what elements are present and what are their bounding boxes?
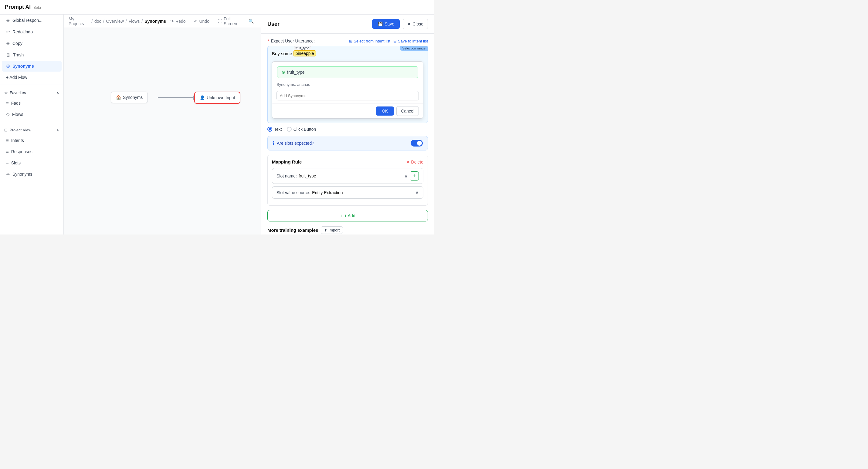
project-view-chevron-icon: ∧ — [57, 128, 59, 132]
save-intent-link[interactable]: ⊟ Save to intent list — [393, 39, 428, 43]
entity-dropdown: ⊛ fruit_type Synonyms: ananas OK Cancel — [272, 61, 423, 119]
sidebar-item-trash[interactable]: 🗑 Trash — [2, 50, 62, 60]
add-flow-button[interactable]: + Add Flow — [2, 72, 62, 83]
save-button[interactable]: 💾 Save — [372, 19, 400, 29]
zoom-icon: 🔍 — [249, 19, 254, 24]
trash-icon: 🗑 — [6, 52, 11, 57]
mapping-rule-header: Mapping Rule ✕ Delete — [272, 159, 423, 164]
sidebar: ⊕ Global respon... ↩ RedoUndo ⊕ Copy 🗑 T… — [0, 14, 64, 234]
utterance-box[interactable]: Selection range Buy some fruit_type pine… — [268, 46, 428, 123]
slot-name-row: Slot name: fruit_type ∨ + — [272, 168, 423, 184]
info-icon: ℹ — [273, 140, 274, 146]
intents-icon: ≡ — [6, 138, 9, 143]
sidebar-item-faqs[interactable]: ≡ Faqs — [2, 98, 62, 108]
redo-button[interactable]: ↷ Redo — [168, 18, 188, 25]
save-list-icon: ⊟ — [393, 39, 397, 43]
cancel-button[interactable]: Cancel — [396, 106, 419, 116]
click-button-radio[interactable]: Click Button — [287, 127, 316, 132]
add-slot-button[interactable]: + — [410, 171, 419, 181]
entity-chip-label: fruit_type — [294, 46, 311, 50]
synonyms-node-icon: 🏠 — [116, 95, 121, 100]
synonyms-nav-icon: ⇔ — [6, 171, 10, 177]
zoom-button[interactable]: 🔍 — [246, 18, 256, 25]
entity-synonym-row: Synonyms: ananas — [272, 81, 423, 89]
utterance-text: Buy some fruit_type pineapple — [272, 50, 423, 56]
panel-title: User — [268, 21, 369, 27]
slots-section: ℹ Are slots expected? — [268, 136, 428, 151]
synonyms-flow-icon: ⊕ — [6, 63, 10, 69]
right-panel: User 💾 Save ✕ Close * Expect User Uttera… — [261, 14, 434, 234]
content-area: My Projects / doc / Overview / Flows / S… — [64, 14, 261, 234]
sidebar-item-flows[interactable]: ◇ Flows — [2, 109, 62, 120]
select-intent-link[interactable]: ⊞ Select from intent list — [349, 39, 390, 43]
breadcrumb-current: Synonyms — [145, 19, 166, 24]
slot-name-chevron-icon: ∨ — [404, 173, 408, 179]
topbar: Prompt AI Beta — [0, 0, 434, 14]
project-view-section[interactable]: ⊡ Project View ∧ — [0, 125, 63, 135]
list-icon: ⊞ — [349, 39, 352, 43]
unknown-input-canvas-node[interactable]: 👤 Unknown Input — [194, 92, 240, 104]
sidebar-item-intents[interactable]: ≡ Intents — [2, 135, 62, 146]
breadcrumb-my-projects[interactable]: My Projects — [69, 17, 90, 26]
add-rule-plus-icon: + — [340, 213, 342, 218]
favorites-chevron-icon: ∧ — [57, 91, 59, 95]
text-radio-circle — [268, 127, 272, 132]
panel-body: * Expect User Utterance: ⊞ Select from i… — [261, 34, 434, 234]
add-synonyms-input[interactable] — [277, 91, 419, 100]
breadcrumb-overview[interactable]: Overview — [106, 19, 124, 24]
flows-icon: ◇ — [6, 112, 10, 117]
slots-toggle[interactable] — [411, 140, 423, 147]
sidebar-item-copy[interactable]: ⊕ Copy — [2, 38, 62, 49]
star-icon: ☆ — [4, 90, 8, 95]
unknown-input-node-icon: 👤 — [200, 95, 205, 100]
sidebar-item-synonyms[interactable]: ⊕ Synonyms — [2, 61, 62, 71]
delete-icon: ✕ — [406, 160, 410, 164]
entity-chip[interactable]: fruit_type pineapple — [293, 50, 316, 56]
faqs-icon: ≡ — [6, 100, 9, 105]
add-mapping-rule-button[interactable]: + + Add — [268, 210, 428, 221]
global-response-icon: ⊕ — [6, 18, 10, 23]
connector-line — [158, 97, 194, 98]
undo-icon: ↶ — [194, 19, 197, 24]
entity-option-icon: ⊛ — [282, 70, 285, 74]
panel-header: User 💾 Save ✕ Close — [261, 14, 434, 34]
redo-icon: ↷ — [170, 19, 174, 24]
fullscreen-icon: ⛶ — [218, 19, 222, 24]
text-radio[interactable]: Text — [268, 127, 282, 132]
project-view-icon: ⊡ — [4, 128, 8, 132]
sidebar-item-responses[interactable]: ≡ Responses — [2, 146, 62, 157]
breadcrumb-doc[interactable]: doc — [94, 19, 101, 24]
breadcrumb-flows[interactable]: Flows — [129, 19, 140, 24]
import-icon: ⬆ — [324, 228, 328, 232]
sidebar-item-global-response[interactable]: ⊕ Global respon... — [2, 15, 62, 26]
slot-value-source-row[interactable]: Slot value source: Entity Extraction ∨ — [272, 186, 423, 199]
favorites-section[interactable]: ☆ Favorites ∧ — [0, 88, 63, 97]
canvas-area[interactable]: 🏠 Synonyms 👤 Unknown Input — [64, 28, 261, 234]
click-button-radio-circle — [287, 127, 292, 132]
sidebar-item-synonyms-nav[interactable]: ⇔ Synonyms — [2, 169, 62, 180]
entity-dropdown-item[interactable]: ⊛ fruit_type — [277, 66, 418, 78]
mapping-rule-section: Mapping Rule ✕ Delete Slot name: fruit_t… — [268, 155, 428, 206]
fullscreen-button[interactable]: ⛶ Full Screen — [215, 15, 243, 27]
input-type-row: Text Click Button — [268, 127, 428, 132]
undo-button[interactable]: ↶ Undo — [191, 18, 212, 25]
toggle-knob — [417, 141, 422, 146]
import-button[interactable]: ⬆ Import — [321, 226, 343, 234]
utterance-field-label: * Expect User Utterance: ⊞ Select from i… — [268, 38, 428, 43]
close-button[interactable]: ✕ Close — [403, 19, 428, 29]
slots-icon: ≡ — [6, 160, 9, 165]
delete-rule-link[interactable]: ✕ Delete — [406, 160, 423, 164]
synonyms-canvas-node[interactable]: 🏠 Synonyms — [111, 92, 148, 103]
sidebar-item-redo-undo[interactable]: ↩ RedoUndo — [2, 26, 62, 37]
redo-undo-icon: ↩ — [6, 29, 10, 35]
slot-source-chevron-icon: ∨ — [415, 190, 419, 195]
copy-icon: ⊕ — [6, 41, 10, 46]
dropdown-actions: OK Cancel — [272, 103, 423, 118]
app-title: Prompt AI Beta — [5, 4, 41, 10]
close-icon: ✕ — [407, 22, 411, 26]
entity-add-synonyms — [272, 89, 423, 103]
responses-icon: ≡ — [6, 149, 9, 154]
sidebar-item-slots[interactable]: ≡ Slots — [2, 157, 62, 168]
ok-button[interactable]: OK — [376, 106, 394, 116]
breadcrumb-bar: My Projects / doc / Overview / Flows / S… — [64, 14, 261, 28]
